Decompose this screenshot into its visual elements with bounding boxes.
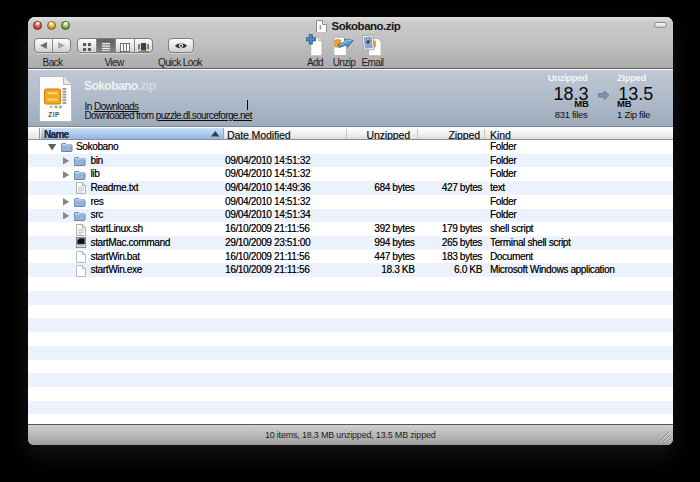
svg-text:ZIP: ZIP [48,110,60,117]
